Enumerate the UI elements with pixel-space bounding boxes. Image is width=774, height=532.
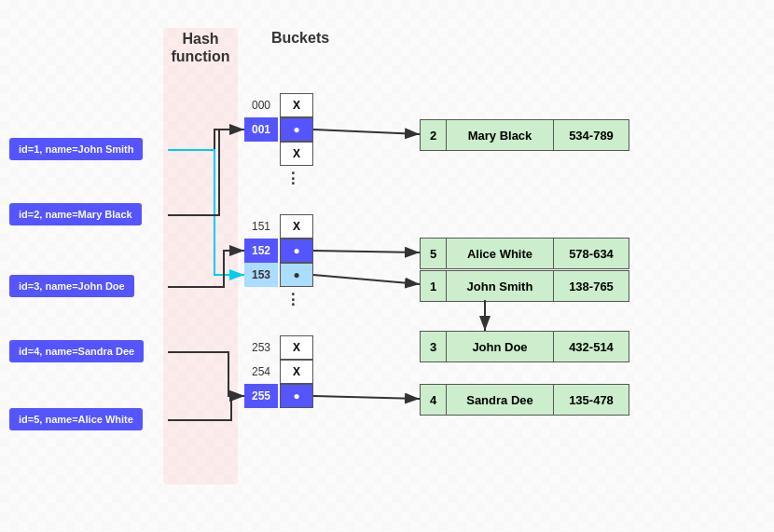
bucket-cell-001: ● [280,117,313,142]
hash-function-bg [163,28,238,484]
result-record-mary-black: 2 Mary Black 534-789 [420,119,629,151]
bucket-label-001: 001 [244,117,278,142]
input-record-5: id=5, name=Alice White [9,408,143,430]
diagram-container: { "title": "Hash Function Diagram", "lab… [0,0,774,532]
result-record-john-smith: 1 John Smith 138-765 [420,270,629,302]
result-phone-john-doe: 432-514 [554,332,629,361]
bucket-label-254: 254 [244,360,278,384]
result-id-2: 2 [421,120,447,150]
result-phone-john-smith: 138-765 [554,271,629,301]
dots-1: ⋮ [285,170,300,187]
bucket-cell-253: X [280,335,313,360]
svg-line-4 [313,275,420,284]
input-record-2: id=2, name=Mary Black [9,203,142,225]
result-id-3: 3 [421,332,447,361]
bucket-label-255: 255 [244,384,278,408]
result-phone-alice-white: 578-634 [554,239,629,268]
result-name-john-smith: John Smith [447,271,554,301]
input-record-3: id=3, name=John Doe [9,275,134,297]
result-phone-sandra-dee: 135-478 [554,385,629,415]
bucket-cell-152: ● [280,239,313,263]
result-name-john-doe: John Doe [447,332,554,361]
result-record-alice-white: 5 Alice White 578-634 [420,238,629,269]
result-name-sandra-dee: Sandra Dee [447,385,554,415]
bucket-cell-000: X [280,93,313,117]
result-id-5: 5 [421,239,447,268]
bucket-cell-empty1: X [280,142,313,166]
svg-line-2 [313,130,420,134]
bucket-label-152: 152 [244,239,278,263]
input-record-1: id=1, name=John Smith [9,138,143,160]
bucket-cell-254: X [280,360,313,384]
bucket-label-151: 151 [244,214,278,239]
svg-line-3 [313,251,420,252]
svg-line-6 [313,396,420,399]
result-id-4: 4 [421,385,447,415]
bucket-cell-153: ● [280,263,313,287]
bucket-cell-151: X [280,214,313,239]
result-id-1: 1 [421,271,447,301]
result-name-mary-black: Mary Black [447,120,554,150]
result-record-john-doe: 3 John Doe 432-514 [420,331,629,362]
hash-function-label: Hash function [163,30,238,65]
result-phone-mary-black: 534-789 [554,120,629,150]
bucket-label-253: 253 [244,335,278,360]
result-record-sandra-dee: 4 Sandra Dee 135-478 [420,384,629,416]
dots-2: ⋮ [285,291,300,308]
bucket-label-153: 153 [244,263,278,287]
bucket-label-000: 000 [244,93,278,117]
input-record-4: id=4, name=Sandra Dee [9,340,144,362]
arrows-overlay [0,0,774,532]
result-name-alice-white: Alice White [447,239,554,268]
bucket-cell-255: ● [280,384,313,408]
buckets-label: Buckets [263,30,338,47]
